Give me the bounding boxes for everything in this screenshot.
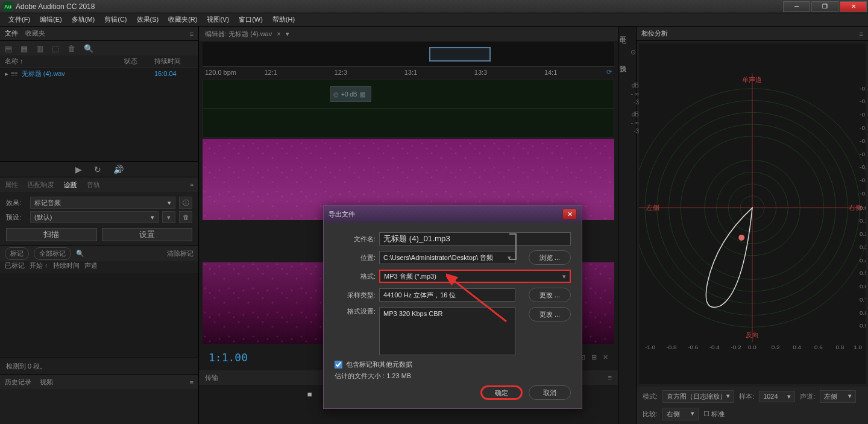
stop-button[interactable]: ■	[307, 390, 312, 399]
change-settings-button[interactable]: 更改 ...	[529, 307, 571, 321]
minimize-button[interactable]: ─	[783, 1, 810, 12]
compare-select[interactable]: 右侧▾	[662, 408, 699, 420]
marker-col-start[interactable]: 开始 ↑	[30, 261, 48, 273]
dialog-titlebar[interactable]: 导出文件 ✕	[324, 206, 582, 223]
chip-marker[interactable]: 标记	[5, 247, 29, 260]
cancel-button[interactable]: 取消	[529, 385, 571, 400]
mode-select[interactable]: 直方图（日志缩放）▾	[662, 390, 734, 403]
viewport-indicator[interactable]	[429, 47, 491, 62]
record-icon[interactable]: ⬚	[52, 44, 59, 53]
col-name[interactable]: 名称 ↑	[5, 57, 124, 66]
svg-text:单声道: 单声道	[743, 76, 763, 83]
expand-icon[interactable]: ▸	[5, 70, 8, 78]
chip-all-markers[interactable]: 全部标记	[34, 247, 71, 260]
bracket-decoration	[509, 233, 517, 260]
tab-loudness[interactable]: 匹配响度	[28, 180, 54, 189]
multitrack-icon[interactable]: ▥	[36, 44, 43, 53]
editor-dropdown-icon[interactable]: ▾	[286, 30, 289, 38]
include-metadata-checkbox[interactable]: 包含标记和其他元数据	[335, 360, 571, 369]
marker-col-marked[interactable]: 已标记	[5, 261, 25, 273]
normalize-checkbox[interactable]: ☐ 标准	[703, 410, 725, 419]
fx-icon[interactable]: ▨	[360, 91, 365, 98]
menu-edit[interactable]: 编辑(E)	[35, 14, 67, 25]
overflow-icon[interactable]: »	[190, 181, 193, 188]
filename-input[interactable]	[379, 232, 571, 245]
maximize-button[interactable]: ❐	[811, 1, 838, 12]
menu-file[interactable]: 文件(F)	[4, 14, 35, 25]
delete-icon[interactable]: 🗑	[68, 44, 75, 53]
preset-select[interactable]: (默认)▾	[30, 211, 159, 223]
tab-video[interactable]: 视频	[40, 378, 53, 387]
menu-help[interactable]: 帮助(H)	[268, 14, 300, 25]
open-file-icon[interactable]: ▦	[20, 44, 28, 53]
file-row[interactable]: ▸ ≡≡ 无标题 (4).wav 16:0.04	[0, 68, 198, 80]
menu-multitrack[interactable]: 多轨(M)	[67, 14, 100, 25]
delete-preset-icon[interactable]: 🗑	[179, 211, 192, 223]
phase-controls: 模式: 直方图（日志缩放）▾ 样本: 1024▾ 声道: 左侧▾ 比较: 右侧▾…	[637, 387, 868, 424]
svg-text:-0.8: -0.8	[860, 98, 866, 104]
track-lane-right[interactable]: dB- ∞-3 R	[203, 109, 614, 138]
editor-header: 编辑器: 无标题 (4).wav × ▾	[199, 27, 618, 41]
tab-diagnostics[interactable]: 诊断	[64, 180, 77, 189]
ok-button[interactable]: 确定	[480, 385, 523, 400]
file-duration: 16:0.04	[154, 70, 193, 77]
menu-favorites[interactable]: 收藏夹(R)	[163, 14, 202, 25]
play-icon[interactable]: ▶	[75, 165, 82, 174]
search-icon[interactable]: 🔍	[84, 44, 93, 53]
location-select[interactable]: C:\Users\Administrator\Desktop\ 音频▾	[379, 251, 515, 264]
waveform-overview[interactable]: ⊙ ▦	[203, 42, 614, 66]
panel-menu-icon[interactable]: ≡	[190, 30, 193, 37]
location-label: 位置:	[335, 253, 376, 262]
browse-button[interactable]: 浏览 ...	[529, 250, 571, 265]
zoom-tool-icon[interactable]: ⊙	[631, 48, 636, 56]
panel-menu-icon[interactable]: ≡	[608, 374, 612, 381]
format-settings-label: 格式设置:	[335, 307, 376, 316]
channel-select[interactable]: 左侧▾	[820, 390, 856, 403]
dialog-title: 导出文件	[329, 210, 355, 219]
format-select[interactable]: MP3 音频 (*.mp3)▾	[379, 270, 571, 283]
close-button[interactable]: ✕	[840, 1, 867, 12]
tab-properties[interactable]: 属性	[5, 180, 18, 189]
timeline-ruler[interactable]: 120.0 bpm 12:1 12:3 13:1 13:3 14:1 ⟳	[203, 66, 614, 80]
info-button[interactable]: ⓘ	[179, 197, 192, 209]
tab-files[interactable]: 文件	[5, 29, 18, 38]
svg-text:0.2: 0.2	[860, 230, 866, 237]
track-lane-left[interactable]: ◴ +0 dB ▨ dB- ∞-3 L	[203, 80, 614, 109]
menu-effects[interactable]: 效果(S)	[132, 14, 164, 25]
close-tab-icon[interactable]: ×	[277, 30, 280, 37]
transfer-label[interactable]: 传输	[205, 373, 218, 382]
effect-select[interactable]: 标记音频▾	[30, 197, 175, 209]
panel-menu-icon[interactable]: ≡	[190, 379, 193, 386]
menu-clip[interactable]: 剪辑(C)	[99, 14, 131, 25]
sample-select[interactable]: 1024▾	[759, 391, 795, 402]
scan-button[interactable]: 扫描	[6, 228, 97, 241]
marker-search-icon[interactable]: 🔍	[76, 250, 84, 258]
audio-clip[interactable]: ◴ +0 dB ▨	[330, 86, 371, 102]
tab-favorites[interactable]: 收藏夹	[25, 29, 45, 38]
new-file-icon[interactable]: ▤	[5, 44, 12, 53]
editor-title[interactable]: 编辑器: 无标题 (4).wav	[205, 30, 272, 39]
tab-phase[interactable]: 相位分析	[641, 29, 668, 38]
col-duration[interactable]: 持续时间	[154, 57, 193, 66]
save-preset-icon[interactable]: ▾	[162, 211, 175, 223]
zoom-selection-icon[interactable]: ⊞	[591, 353, 597, 361]
autoplay-icon[interactable]: 🔊	[113, 165, 124, 174]
clear-markers[interactable]: 清除标记	[167, 249, 193, 258]
zoom-tool-icon[interactable]: ✕	[603, 353, 608, 361]
loop-toggle-icon[interactable]: ⟳	[606, 68, 612, 76]
loop-icon[interactable]: ↻	[94, 165, 101, 174]
menu-view[interactable]: 视图(V)	[202, 14, 234, 25]
panel-menu-icon[interactable]: ≡	[860, 30, 863, 37]
settings-button[interactable]: 设置	[102, 228, 193, 241]
change-sample-button[interactable]: 更改 ...	[529, 288, 571, 302]
tab-track[interactable]: 音轨	[87, 180, 100, 189]
svg-text:0.0: 0.0	[860, 204, 866, 211]
marker-col-channel[interactable]: 声道	[84, 261, 98, 273]
tab-history[interactable]: 历史记录	[5, 378, 31, 387]
marker-col-duration[interactable]: 持续时间	[53, 261, 80, 273]
dialog-close-button[interactable]: ✕	[562, 209, 577, 220]
svg-text:0.0: 0.0	[748, 344, 756, 350]
col-status[interactable]: 状态	[124, 57, 154, 66]
svg-text:0.2: 0.2	[772, 344, 780, 350]
menu-window[interactable]: 窗口(W)	[234, 14, 268, 25]
